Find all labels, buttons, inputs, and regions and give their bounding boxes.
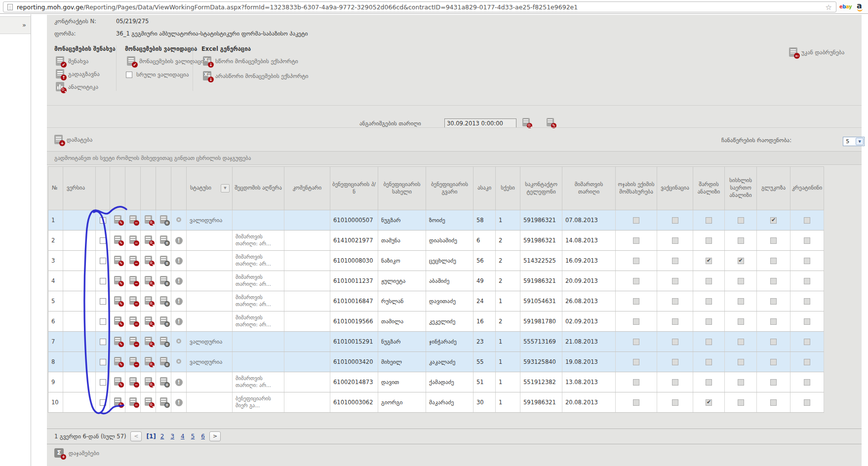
- creatinine-checkbox[interactable]: [804, 359, 810, 365]
- row-edit-icon[interactable]: ✎: [114, 296, 121, 305]
- vaccination-checkbox[interactable]: [672, 399, 678, 406]
- urine-test-checkbox[interactable]: [706, 237, 712, 244]
- row-delete-icon[interactable]: −: [129, 357, 137, 365]
- validate-button[interactable]: ✔ მონაცემების ვალიდაცია: [127, 56, 206, 66]
- col-header-family-doctor[interactable]: ოჯახის ექიმის მომსახურება: [616, 167, 657, 210]
- row-edit-icon[interactable]: ✎: [114, 235, 121, 244]
- row-details-icon[interactable]: ≡: [160, 276, 167, 284]
- vaccination-checkbox[interactable]: [672, 217, 678, 224]
- creatinine-checkbox[interactable]: [804, 237, 810, 244]
- date-edit-icon[interactable]: ✎: [547, 118, 554, 126]
- family-doctor-checkbox[interactable]: [633, 217, 639, 224]
- export-valid-button[interactable]: ↓ სწორი მონაცემების ექსპორტი: [203, 56, 298, 66]
- analytics-button[interactable]: ანალიტიკა: [56, 82, 98, 91]
- row-select-checkbox[interactable]: [100, 258, 106, 264]
- row-details-icon[interactable]: ≡: [160, 296, 167, 305]
- prev-page-button[interactable]: <: [130, 431, 142, 441]
- col-header-version[interactable]: ვერსია: [63, 167, 96, 210]
- col-header-blood-test[interactable]: სისხლის საერთო ანალიზი: [725, 167, 757, 210]
- row-delete-icon[interactable]: −: [129, 377, 137, 386]
- page-link[interactable]: 4: [181, 433, 185, 440]
- col-header-last-name[interactable]: ბენეფიციარის გვარი: [426, 167, 473, 210]
- family-doctor-checkbox[interactable]: [633, 379, 639, 386]
- urine-test-checkbox[interactable]: [706, 318, 712, 325]
- vaccination-checkbox[interactable]: [672, 339, 678, 345]
- glucose-checkbox[interactable]: [770, 359, 777, 365]
- col-header-error[interactable]: შეცდომის აღწერა: [233, 167, 284, 210]
- urine-test-checkbox[interactable]: [706, 399, 712, 406]
- urine-test-checkbox[interactable]: [706, 339, 712, 345]
- row-delete-icon[interactable]: −: [129, 337, 137, 345]
- creatinine-checkbox[interactable]: [804, 298, 810, 305]
- glucose-checkbox[interactable]: [770, 217, 777, 224]
- page-link[interactable]: 6: [201, 433, 205, 440]
- blood-test-checkbox[interactable]: [738, 298, 744, 305]
- creatinine-checkbox[interactable]: [804, 379, 810, 386]
- sidebar-expand-icon[interactable]: »: [22, 21, 26, 29]
- urine-test-checkbox[interactable]: [706, 298, 712, 305]
- row-view-icon[interactable]: [145, 215, 152, 224]
- creatinine-checkbox[interactable]: [804, 339, 810, 345]
- row-edit-icon[interactable]: ✎: [114, 256, 121, 264]
- save-button[interactable]: ✔ შენახვა: [56, 56, 88, 66]
- blood-test-checkbox[interactable]: [738, 258, 744, 264]
- blood-test-checkbox[interactable]: [738, 339, 744, 345]
- row-view-icon[interactable]: [145, 256, 152, 264]
- glucose-checkbox[interactable]: [770, 237, 777, 244]
- row-view-icon[interactable]: [145, 397, 152, 406]
- row-view-icon[interactable]: [145, 377, 152, 386]
- urine-test-checkbox[interactable]: [706, 258, 712, 264]
- row-view-icon[interactable]: [145, 316, 152, 325]
- row-edit-icon[interactable]: ✎: [114, 337, 121, 345]
- family-doctor-checkbox[interactable]: [633, 359, 639, 365]
- row-view-icon[interactable]: [145, 296, 152, 305]
- blood-test-checkbox[interactable]: [738, 379, 744, 386]
- row-delete-icon[interactable]: −: [129, 397, 137, 406]
- glucose-checkbox[interactable]: [770, 318, 777, 325]
- row-select-checkbox[interactable]: [100, 339, 106, 345]
- blood-test-checkbox[interactable]: [738, 359, 744, 365]
- col-header-status[interactable]: სტატუსი ▼: [187, 167, 233, 210]
- glucose-checkbox[interactable]: [770, 339, 777, 345]
- add-button[interactable]: + დამატება: [54, 135, 92, 144]
- row-select-checkbox[interactable]: [100, 379, 106, 386]
- urine-test-checkbox[interactable]: [706, 217, 712, 224]
- glucose-checkbox[interactable]: [770, 258, 777, 264]
- blood-test-checkbox[interactable]: [738, 318, 744, 325]
- row-select-checkbox[interactable]: [100, 298, 106, 305]
- row-details-icon[interactable]: ≡: [160, 316, 167, 325]
- blood-test-checkbox[interactable]: [738, 278, 744, 284]
- back-button[interactable]: ← უკან დაბრუნება: [789, 47, 844, 57]
- urine-test-checkbox[interactable]: [706, 359, 712, 365]
- family-doctor-checkbox[interactable]: [633, 339, 639, 345]
- creatinine-checkbox[interactable]: [804, 278, 810, 284]
- family-doctor-checkbox[interactable]: [633, 318, 639, 325]
- vaccination-checkbox[interactable]: [672, 237, 678, 244]
- row-delete-icon[interactable]: −: [129, 316, 137, 325]
- col-header-first-name[interactable]: ბენეფიციარის სახელი: [378, 167, 426, 210]
- row-details-icon[interactable]: ≡: [160, 215, 167, 224]
- vaccination-checkbox[interactable]: [672, 258, 678, 264]
- row-details-icon[interactable]: ≡: [160, 357, 167, 365]
- records-count-select[interactable]: 5 ▼: [843, 137, 865, 146]
- col-header-sex[interactable]: სქესი: [496, 167, 520, 210]
- row-delete-icon[interactable]: −: [129, 276, 137, 284]
- export-invalid-button[interactable]: ↓ არასწორი მონაცემების ექსპორტი: [203, 71, 309, 80]
- row-select-checkbox[interactable]: [100, 217, 106, 224]
- col-header-glucose[interactable]: გლუკოზა: [757, 167, 790, 210]
- send-button[interactable]: ↑ გადაგზავნა: [56, 69, 100, 78]
- glucose-checkbox[interactable]: [770, 298, 777, 305]
- urine-test-checkbox[interactable]: [706, 278, 712, 284]
- blood-test-checkbox[interactable]: [738, 399, 744, 406]
- row-view-icon[interactable]: [145, 357, 152, 365]
- row-details-icon[interactable]: ≡: [160, 256, 167, 264]
- row-delete-icon[interactable]: −: [129, 256, 137, 264]
- glucose-checkbox[interactable]: [770, 399, 777, 406]
- family-doctor-checkbox[interactable]: [633, 399, 639, 406]
- family-doctor-checkbox[interactable]: [633, 237, 639, 244]
- next-page-button[interactable]: >: [209, 431, 221, 441]
- row-edit-icon[interactable]: ✎: [114, 357, 121, 365]
- date-lookup-icon[interactable]: [522, 118, 530, 126]
- col-header-referral-date[interactable]: მიმართვის თარიღი: [562, 167, 616, 210]
- row-select-checkbox[interactable]: [100, 318, 106, 325]
